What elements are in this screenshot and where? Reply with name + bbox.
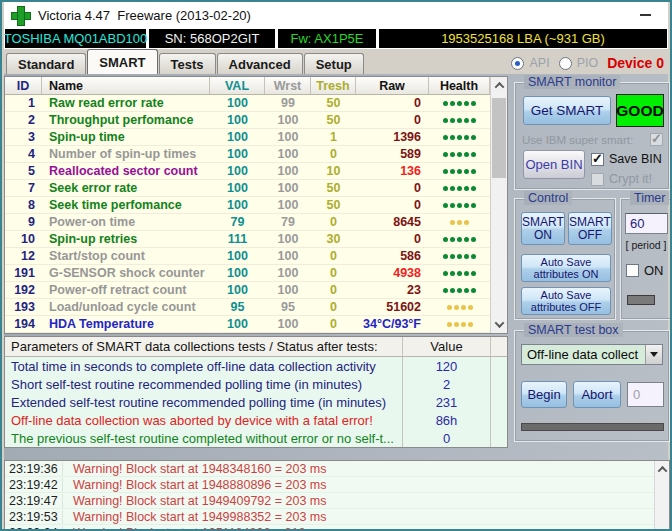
- event-log: 23:19:36Warning! Block start at 19483481…: [4, 460, 670, 531]
- api-radio-label: API: [529, 56, 549, 70]
- attr-health: [429, 299, 490, 315]
- param-description: The previous self-test routine completed…: [5, 429, 403, 447]
- minimize-icon: [640, 14, 651, 16]
- param-value: 120: [403, 357, 491, 375]
- param-extra: [491, 375, 507, 393]
- smart-attribute-row[interactable]: 9Power-on time797908645: [5, 214, 507, 231]
- crypt-row: Crypt it!: [591, 172, 652, 186]
- save-bin-checkbox[interactable]: [591, 153, 604, 166]
- timer-period-input[interactable]: [625, 213, 668, 234]
- attr-id: 4: [5, 146, 42, 162]
- smart-attribute-row[interactable]: 2Throughput perfomance100100500: [5, 112, 507, 129]
- attr-raw: 34°C/93°F: [356, 316, 429, 332]
- log-scrollbar[interactable]: [654, 461, 669, 531]
- save-bin-label: Save BIN: [609, 152, 662, 166]
- tab-tests[interactable]: Tests: [159, 53, 216, 74]
- timer-on-checkbox[interactable]: [626, 264, 639, 277]
- health-dot: [443, 271, 448, 276]
- autosave-attributes-off-button[interactable]: Auto Save attributes OFF: [521, 287, 611, 315]
- get-smart-button[interactable]: Get SMART: [523, 96, 611, 125]
- minimize-button[interactable]: [630, 2, 660, 28]
- log-entry: 23:19:47Warning! Block start at 19494097…: [5, 493, 669, 509]
- health-dot: [454, 305, 459, 310]
- scroll-up-icon[interactable]: [491, 77, 507, 94]
- smart-attribute-row[interactable]: 191G-SENSOR shock counter10010004938: [5, 265, 507, 282]
- attr-val: 100: [210, 282, 265, 298]
- smart-table-header: ID Name VAL Wrst Tresh Raw Health: [5, 77, 507, 95]
- attr-wrst: 99: [265, 95, 311, 111]
- smart-attributes-table: ID Name VAL Wrst Tresh Raw Health 1Raw r…: [4, 76, 508, 334]
- param-row: Short self-test routine recommended poll…: [5, 375, 507, 393]
- health-dot: [443, 254, 448, 259]
- smart-attribute-row[interactable]: 10Spin-up retries111100300: [5, 231, 507, 248]
- attr-name: Power-off retract count: [42, 282, 210, 298]
- attr-id: 12: [5, 248, 42, 264]
- attr-wrst: 100: [265, 265, 311, 281]
- attr-tresh: 0: [311, 248, 356, 264]
- attr-id: 192: [5, 282, 42, 298]
- smart-attribute-row[interactable]: 7Seek error rate100100500: [5, 180, 507, 197]
- attr-id: 3: [5, 129, 42, 145]
- param-description: Extended self-test routine recommended p…: [5, 393, 403, 411]
- smart-attribute-row[interactable]: 5Reallocated sector count10010010136: [5, 163, 507, 180]
- scrollbar-thumb[interactable]: [492, 98, 506, 178]
- health-dot: [443, 118, 448, 123]
- abort-button[interactable]: Abort: [573, 381, 621, 408]
- attr-raw: 23: [356, 282, 429, 298]
- header-tresh: Tresh: [311, 77, 356, 94]
- smart-on-button[interactable]: SMART ON: [521, 212, 565, 245]
- tabs-container: StandardSMARTTestsAdvancedSetup: [6, 49, 365, 74]
- attr-name: Reallocated sector count: [42, 163, 210, 179]
- smart-attribute-row[interactable]: 192Power-off retract count100100023: [5, 282, 507, 299]
- test-select-value: Off-line data collect: [522, 345, 645, 364]
- tab-setup[interactable]: Setup: [304, 53, 364, 74]
- smart-attribute-row[interactable]: 193Load/unload cycle count9595051602: [5, 299, 507, 316]
- smart-attribute-row[interactable]: 4Number of spin-up times1001000589: [5, 146, 507, 163]
- health-dot: [443, 101, 448, 106]
- smart-attribute-row[interactable]: 12Start/stop count1001000586: [5, 248, 507, 265]
- control-group: Control SMART ON SMART OFF Auto Save att…: [514, 198, 616, 320]
- attr-wrst: 100: [265, 282, 311, 298]
- dropdown-button[interactable]: [645, 345, 662, 364]
- param-description: Off-line data collection was aborted by …: [5, 411, 403, 429]
- attr-raw: 586: [356, 248, 429, 264]
- smart-attribute-row[interactable]: 1Raw read error rate10099500: [5, 95, 507, 112]
- attr-id: 191: [5, 265, 42, 281]
- timer-on-label: ON: [644, 263, 664, 278]
- health-dot: [450, 254, 455, 259]
- tab-standard[interactable]: Standard: [6, 53, 86, 74]
- crypt-checkbox: [591, 173, 604, 186]
- health-dot: [443, 237, 448, 242]
- header-val: VAL: [210, 77, 265, 94]
- smart-attribute-row[interactable]: 3Spin-up time10010011396: [5, 129, 507, 146]
- scroll-down-icon[interactable]: [491, 316, 507, 333]
- log-scroll-up-icon[interactable]: [655, 461, 669, 478]
- attr-tresh: 0: [311, 282, 356, 298]
- crypt-label: Crypt it!: [609, 172, 652, 186]
- maximize-button[interactable]: [660, 2, 668, 28]
- health-dot: [457, 288, 462, 293]
- smart-attribute-row[interactable]: 194HDA Temperature100100034°C/93°F: [5, 316, 507, 333]
- tab-smart[interactable]: SMART: [87, 49, 157, 74]
- health-dot: [464, 186, 469, 191]
- smart-attribute-row[interactable]: 8Seek time perfomance100100500: [5, 197, 507, 214]
- test-select-dropdown[interactable]: Off-line data collect: [521, 344, 663, 365]
- health-dot: [457, 220, 462, 225]
- api-radio[interactable]: [511, 57, 524, 70]
- health-dot: [443, 203, 448, 208]
- begin-button[interactable]: Begin: [521, 381, 567, 408]
- drive-model: TOSHIBA MQ01ABD100: [5, 29, 146, 48]
- param-description: Total time in seconds to complete off-li…: [5, 357, 403, 375]
- open-bin-button[interactable]: Open BIN: [523, 150, 585, 179]
- drive-firmware: Fw: AX1P5E: [278, 29, 376, 48]
- table-scrollbar[interactable]: [490, 77, 507, 333]
- log-timestamp: 23:19:36: [5, 462, 63, 476]
- attr-health: [429, 163, 490, 179]
- tab-advanced[interactable]: Advanced: [217, 53, 303, 74]
- pio-radio[interactable]: [559, 57, 572, 70]
- log-message: Warning! Block start at 1948880896 = 203…: [63, 478, 327, 492]
- log-timestamp: 23:19:42: [5, 478, 63, 492]
- autosave-attributes-on-button[interactable]: Auto Save attributes ON: [521, 254, 611, 282]
- attr-raw: 1396: [356, 129, 429, 145]
- smart-off-button[interactable]: SMART OFF: [568, 212, 612, 245]
